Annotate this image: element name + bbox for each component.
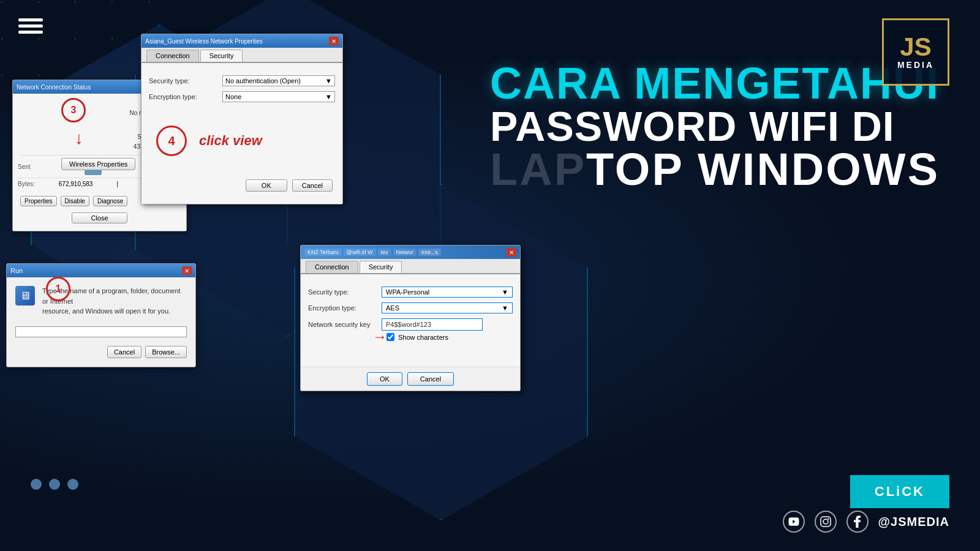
wireless-properties-button[interactable]: Wireless Properties — [61, 158, 135, 170]
logo-box: JS MEDIA — [882, 18, 949, 86]
sec-security-type-label: Security type: — [308, 288, 382, 296]
youtube-icon[interactable] — [783, 511, 805, 533]
run-cancel-button[interactable]: Cancel — [107, 346, 141, 358]
disable-button[interactable]: Disable — [61, 196, 89, 206]
run-titlebar: Run ✕ — [7, 264, 195, 277]
network-title-text: Network Connection Status — [17, 84, 91, 91]
security-ok-cancel-row: OK Cancel — [301, 367, 520, 391]
dot-2 — [49, 479, 60, 490]
click-button[interactable]: CLiCK — [850, 475, 949, 508]
wireless-ok-button[interactable]: OK — [246, 179, 287, 192]
tab-mor[interactable]: mor...s — [418, 249, 441, 256]
click-view-text: click view — [199, 133, 262, 149]
svg-point-20 — [823, 519, 828, 524]
run-text-2: resource, and Windows will open it for y… — [42, 306, 187, 317]
show-chars-row: Show characters — [308, 333, 513, 341]
hamburger-line-3 — [18, 31, 43, 34]
security-tabs-row: KNZ Terbaru @wifi.id W tes Networ mor...… — [304, 249, 507, 256]
tab-wifi[interactable]: @wifi.id W — [344, 249, 376, 256]
security-tab[interactable]: Security — [200, 50, 243, 62]
red-arrow-icon: → — [372, 328, 387, 345]
properties-button[interactable]: Properties — [20, 196, 57, 206]
tab-knz[interactable]: KNZ Terbaru — [304, 249, 342, 256]
svg-rect-19 — [821, 517, 831, 527]
run-icon-row: 🖥 Type the name of a program, folder, do… — [15, 286, 187, 317]
dot-1 — [31, 479, 42, 490]
diagnose-button[interactable]: Diagnose — [93, 196, 127, 206]
sec-security-type-select[interactable]: WPA-Personal ▼ — [382, 287, 513, 298]
sec-tab-2[interactable]: Security — [360, 261, 402, 273]
wireless-title-text: Asiana_Guest Wireless Network Properties — [145, 38, 263, 45]
security-titlebar: KNZ Terbaru @wifi.id W tes Networ mor...… — [301, 246, 520, 259]
security-type-value: No authentication (Open) — [225, 77, 301, 84]
run-title: Run — [10, 267, 23, 274]
hamburger-line-2 — [18, 24, 43, 28]
wireless-content: Security type: No authentication (Open) … — [141, 63, 342, 204]
wireless-close-button[interactable]: ✕ — [329, 37, 339, 45]
close-button[interactable]: Close — [72, 212, 127, 223]
security-type-row: Security type: No authentication (Open) … — [149, 75, 335, 86]
security-type-select[interactable]: No authentication (Open) ▼ — [222, 75, 335, 86]
bytes-label: Bytes: — [18, 181, 35, 187]
dropdown-arrow: ▼ — [325, 77, 332, 84]
run-browse-button[interactable]: Browse... — [145, 346, 187, 358]
run-close-button[interactable]: ✕ — [182, 266, 192, 275]
sec-encryption-value: AES — [386, 304, 399, 312]
encryption-type-value: None — [225, 93, 241, 100]
logo-subtitle: MEDIA — [897, 60, 934, 70]
instagram-icon[interactable] — [815, 511, 837, 533]
wireless-cancel-button[interactable]: Cancel — [292, 179, 333, 192]
run-button-row: Cancel Browse... — [15, 346, 187, 358]
network-key-row: Network security key — [308, 318, 513, 331]
sent-bytes: 672,910,583 — [59, 181, 93, 187]
step-4-circle: 4 — [156, 126, 187, 156]
encryption-type-select[interactable]: None ▼ — [222, 91, 335, 102]
run-input-field[interactable] — [15, 326, 187, 337]
wireless-titlebar: Asiana_Guest Wireless Network Properties… — [141, 34, 342, 48]
facebook-icon[interactable] — [846, 511, 869, 533]
show-chars-checkbox[interactable] — [386, 333, 394, 341]
wireless-properties-btn-area: Wireless Properties — [61, 158, 135, 170]
title-area: CARA MENGETAHUI PASSWORD WIFI DI LAPTOP … — [490, 61, 949, 192]
tab-networ[interactable]: Networ — [393, 249, 417, 256]
sec-encryption-select[interactable]: AES ▼ — [382, 302, 513, 313]
conn-tab-2[interactable]: Connection — [306, 261, 358, 273]
run-content: 🖥 Type the name of a program, folder, do… — [7, 277, 195, 367]
title-password: PASSWORD WIFI DI — [490, 105, 895, 147]
wireless-tabs-bar: Connection Security — [141, 48, 342, 63]
hamburger-menu[interactable] — [18, 18, 43, 34]
wireless-btn-row: OK Cancel — [149, 174, 335, 197]
sec-encryption-label: Encryption type: — [308, 304, 382, 312]
encryption-type-row: Encryption type: None ▼ — [149, 91, 335, 102]
dots-indicator — [31, 479, 78, 490]
click-view-area: 4 click view — [149, 107, 335, 174]
connection-tab[interactable]: Connection — [146, 50, 199, 62]
security-props-tabs: Connection Security — [301, 259, 520, 274]
security-close-button[interactable]: ✕ — [507, 248, 516, 257]
dropdown-arrow-2: ▼ — [325, 93, 332, 100]
logo-area: JS MEDIA — [882, 18, 949, 86]
tab-tes[interactable]: tes — [378, 249, 391, 256]
dot-3 — [67, 479, 78, 490]
title-top-windows: TOP WINDOWS — [586, 144, 940, 195]
social-row: @JSMEDIA — [783, 511, 949, 533]
network-key-label: Network security key — [308, 321, 382, 328]
show-chars-label: Show characters — [398, 334, 448, 341]
title-laptop-bg: LAP — [490, 144, 586, 195]
security-properties-window: KNZ Terbaru @wifi.id W tes Networ mor...… — [300, 245, 521, 391]
run-dialog: Run ✕ 🖥 Type the name of a program, fold… — [6, 263, 196, 367]
security-type-label: Security type: — [149, 77, 222, 84]
svg-point-21 — [828, 519, 829, 519]
hamburger-line-1 — [18, 18, 43, 21]
sent-label: Sent — [18, 163, 31, 170]
run-icon-symbol: 🖥 — [20, 290, 31, 302]
step-3-arrow: ↓ — [75, 129, 83, 148]
sec-dropdown-arrow-2: ▼ — [502, 304, 508, 312]
network-key-input[interactable] — [382, 318, 483, 331]
run-icon: 🖥 — [15, 286, 35, 305]
sec-security-type-row: Security type: WPA-Personal ▼ — [308, 287, 513, 298]
step-1-circle: 1 — [46, 277, 70, 301]
security-cancel-button[interactable]: Cancel — [407, 372, 454, 386]
encryption-type-label: Encryption type: — [149, 93, 222, 100]
security-ok-button[interactable]: OK — [367, 372, 402, 386]
